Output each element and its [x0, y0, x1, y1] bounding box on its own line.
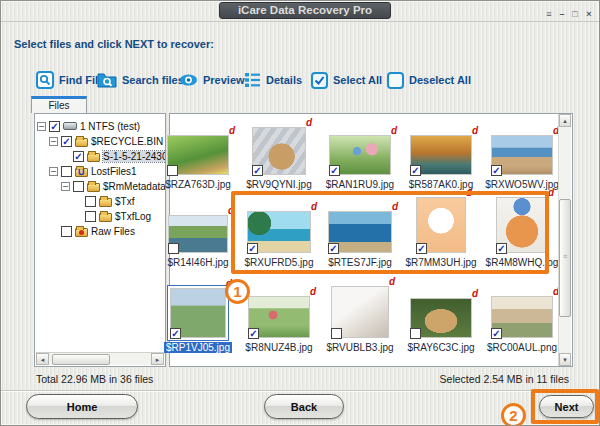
tree-horizontal-scrollbar[interactable]: ◂ ▸ — [36, 352, 164, 365]
collapse-icon[interactable]: – — [37, 122, 46, 131]
next-button[interactable]: Next — [539, 395, 594, 418]
file-thumbnail[interactable]: d✓ — [491, 135, 553, 175]
file-checkbox[interactable]: ✓ — [491, 165, 502, 176]
details-button[interactable]: Details — [244, 70, 302, 90]
file-thumbnail[interactable]: d✓ — [491, 296, 553, 338]
file-thumbnail[interactable]: d — [331, 286, 389, 338]
file-item[interactable]: d $R14I46H.jpg — [159, 195, 237, 268]
file-name[interactable]: $RV9QYNI.jpg — [240, 179, 318, 190]
file-thumbnail[interactable]: d — [167, 135, 229, 175]
file-name[interactable]: $R4M8WHQ.jpg — [483, 257, 561, 268]
tree-checkbox[interactable] — [85, 211, 96, 222]
file-item[interactable]: d $RZA763D.jpg — [159, 117, 237, 190]
tree-checkbox[interactable] — [85, 196, 96, 207]
tree-item-lostfiles1[interactable]: – LostFiles1 — [35, 164, 165, 178]
scroll-right-icon[interactable]: ▸ — [151, 353, 164, 365]
scrollbar-track[interactable]: ≡ — [559, 127, 571, 353]
file-checkbox[interactable] — [168, 243, 179, 254]
menu-icon[interactable]: ≡ — [543, 10, 555, 19]
file-thumbnail[interactable]: d✓ — [329, 135, 391, 175]
file-thumbnail[interactable]: d✓ — [410, 135, 472, 175]
tree-item-recycle-bin[interactable]: – ✓ $RECYCLE.BIN — [35, 134, 165, 148]
tree-item-raw-files[interactable]: Raw Files — [35, 224, 165, 238]
file-name[interactable]: $RVUBLB3.jpg — [321, 342, 399, 353]
file-checkbox[interactable]: ✓ — [328, 243, 339, 254]
select-all-button[interactable]: Select All — [311, 70, 382, 90]
file-item[interactable]: d✓ $RXWO5WV.jpg — [483, 117, 561, 190]
file-item[interactable]: d✓ $RTES7JF.jpg — [321, 195, 399, 268]
collapse-icon[interactable]: – — [49, 167, 58, 176]
scroll-up-icon[interactable]: ▴ — [559, 114, 571, 127]
file-thumbnail[interactable]: d✓ — [496, 197, 548, 253]
file-item[interactable]: d $RAY6C3C.jpg — [402, 280, 480, 353]
file-checkbox[interactable]: ✓ — [410, 165, 421, 176]
file-thumbnail[interactable]: d✓ — [247, 211, 311, 253]
file-thumbnail[interactable]: d✓ — [328, 211, 392, 253]
file-name[interactable]: $RC00AUL.png — [483, 342, 561, 353]
file-checkbox[interactable]: ✓ — [496, 243, 507, 254]
back-button[interactable]: Back — [264, 394, 344, 419]
tree-checkbox[interactable]: ✓ — [73, 151, 84, 162]
search-files-button[interactable]: Search files — [97, 70, 184, 90]
file-thumbnail[interactable]: d — [168, 215, 228, 253]
file-item[interactable]: d✓ $RC00AUL.png — [483, 280, 561, 353]
deselect-all-button[interactable]: Deselect All — [387, 70, 471, 90]
file-checkbox[interactable]: ✓ — [491, 328, 502, 339]
tree-checkbox[interactable]: ✓ — [49, 121, 60, 132]
file-thumbnail[interactable]: d✓ — [416, 197, 466, 253]
file-item[interactable]: d✓ $R7MM3UH.jpg — [402, 195, 480, 268]
tab-files[interactable]: Files — [31, 96, 87, 113]
file-name[interactable]: $RAY6C3C.jpg — [402, 342, 480, 353]
file-item[interactable]: d✓ $R587AK0.jpg — [402, 117, 480, 190]
file-checkbox[interactable]: ✓ — [248, 328, 259, 339]
scrollbar-thumb[interactable]: ≡ — [559, 199, 571, 317]
file-item[interactable]: d✓ $RV9QYNI.jpg — [240, 117, 318, 190]
scroll-left-icon[interactable]: ◂ — [36, 353, 49, 365]
file-name[interactable]: $RP1VJ05.jpg — [159, 342, 237, 353]
file-thumbnail[interactable]: d — [410, 298, 472, 338]
file-checkbox[interactable] — [410, 328, 421, 339]
tree-item-rmmetadata[interactable]: – $RmMetadata — [35, 179, 165, 193]
file-item-selected[interactable]: d✓ $RP1VJ05.jpg — [159, 280, 237, 353]
file-name[interactable]: $R7MM3UH.jpg — [402, 257, 480, 268]
file-name[interactable]: $RZA763D.jpg — [159, 179, 237, 190]
tree-checkbox[interactable] — [61, 226, 72, 237]
tree-checkbox[interactable]: ✓ — [61, 136, 72, 147]
file-checkbox[interactable]: ✓ — [252, 165, 263, 176]
file-item[interactable]: d✓ $RAN1RU9.jpg — [321, 117, 399, 190]
file-item[interactable]: d✓ $R8NUZ4B.jpg — [240, 280, 318, 353]
file-item[interactable]: d✓ $RXUFRD5.jpg — [240, 195, 318, 268]
file-checkbox[interactable]: ✓ — [170, 328, 181, 339]
maximize-icon[interactable]: □ — [569, 10, 581, 19]
collapse-icon[interactable]: – — [61, 182, 70, 191]
file-name[interactable]: $RXUFRD5.jpg — [240, 257, 318, 268]
file-thumbnail[interactable]: d✓ — [170, 288, 226, 338]
file-checkbox[interactable] — [167, 165, 178, 176]
close-icon[interactable]: × — [583, 10, 595, 19]
file-checkbox[interactable]: ✓ — [329, 165, 340, 176]
file-name[interactable]: $RTES7JF.jpg — [321, 257, 399, 268]
scroll-down-icon[interactable]: ▾ — [559, 353, 571, 366]
file-checkbox[interactable]: ✓ — [416, 243, 427, 254]
collapse-icon[interactable]: – — [49, 137, 58, 146]
scrollbar-thumb[interactable] — [52, 354, 110, 365]
grid-vertical-scrollbar[interactable]: ▴ ≡ ▾ — [558, 114, 571, 366]
tree-checkbox[interactable] — [73, 181, 84, 192]
tree-item-txflog[interactable]: $TxfLog — [35, 209, 165, 223]
preview-button[interactable]: Preview — [179, 70, 245, 90]
file-item[interactable]: d✓ $R4M8WHQ.jpg — [483, 195, 561, 268]
tree-item-txf[interactable]: $Txf — [35, 194, 165, 208]
home-button[interactable]: Home — [26, 394, 138, 419]
tree-item-sid-folder[interactable]: ✓ S-1-5-21-2430105 — [35, 149, 165, 163]
file-item[interactable]: d $RVUBLB3.jpg — [321, 280, 399, 353]
find-file-button[interactable]: Find File — [36, 70, 104, 90]
file-name[interactable]: $R14I46H.jpg — [159, 257, 237, 268]
file-name[interactable]: $R8NUZ4B.jpg — [240, 342, 318, 353]
file-thumbnail[interactable]: d✓ — [248, 296, 310, 338]
file-checkbox[interactable]: ✓ — [247, 243, 258, 254]
file-name[interactable]: $RAN1RU9.jpg — [321, 179, 399, 190]
tree-item-ntfs[interactable]: – ✓ 1 NTFS (test) — [35, 119, 165, 133]
tree-checkbox[interactable] — [61, 166, 72, 177]
file-thumbnail[interactable]: d✓ — [252, 127, 306, 175]
minimize-icon[interactable]: – — [556, 10, 568, 19]
